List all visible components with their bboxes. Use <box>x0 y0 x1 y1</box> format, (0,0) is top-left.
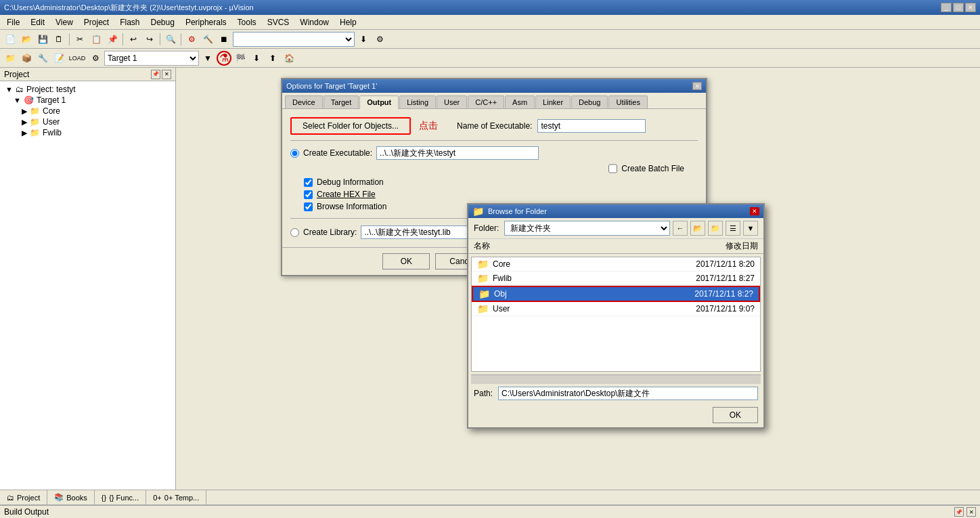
close-button[interactable]: ✕ <box>965 3 976 12</box>
tab-target[interactable]: Target <box>324 95 359 108</box>
menu-debug[interactable]: Debug <box>147 16 179 28</box>
bottom-tab-func[interactable]: {} {} Func... <box>95 490 146 504</box>
tb2-btn9[interactable]: 🏠 <box>282 51 296 66</box>
browse-dialog: 📁 Browse for Folder ✕ Folder: 新建文件夹 ← 📂 … <box>467 203 765 429</box>
browse-ok-button[interactable]: OK <box>713 407 758 423</box>
minimize-button[interactable]: _ <box>941 3 952 12</box>
tb2-btn5[interactable]: ⚙ <box>88 51 103 66</box>
bottom-tab-temp[interactable]: 0+ 0+ Temp... <box>146 490 206 504</box>
build-button[interactable]: ⚙ <box>184 32 199 47</box>
tree-item-target1[interactable]: ▼ 🎯 Target 1 <box>0 95 175 106</box>
tb2-btn7[interactable]: ⬇ <box>249 51 264 66</box>
tab-asm[interactable]: Asm <box>505 95 535 108</box>
create-executable-radio[interactable] <box>290 149 299 158</box>
item-name: Obj <box>494 289 507 299</box>
file-list-item-fwlib[interactable]: 📁 Fwlib 2017/12/11 8:27 <box>472 272 760 286</box>
new-file-button[interactable]: 📄 <box>3 32 18 47</box>
settings-button[interactable]: ⚙ <box>372 32 387 47</box>
cut-button[interactable]: ✂ <box>72 32 87 47</box>
new-folder-button[interactable]: 📁 <box>708 221 723 236</box>
folder-select[interactable]: 新建文件夹 <box>504 221 670 236</box>
fwlib-label: Fwlib <box>43 128 62 137</box>
create-library-radio[interactable] <box>290 228 299 237</box>
tab-device[interactable]: Device <box>285 95 323 108</box>
tb2-btn1[interactable]: 📁 <box>3 51 18 66</box>
browse-dialog-titlebar: 📁 Browse for Folder ✕ <box>468 204 763 218</box>
tab-output[interactable]: Output <box>359 95 399 109</box>
maximize-button[interactable]: □ <box>953 3 964 12</box>
tb2-btn6[interactable]: 🏁 <box>233 51 248 66</box>
redo-button[interactable]: ↪ <box>142 32 157 47</box>
executable-path-input[interactable] <box>376 146 539 160</box>
create-batch-checkbox[interactable] <box>608 164 617 173</box>
find-button[interactable]: 🔍 <box>163 32 178 47</box>
build-output-close-button[interactable]: ✕ <box>966 507 976 517</box>
menu-tools[interactable]: Tools <box>233 16 261 28</box>
tab-linker[interactable]: Linker <box>535 95 571 108</box>
menu-peripherals[interactable]: Peripherals <box>181 16 231 28</box>
tb2-btn8[interactable]: ⬆ <box>265 51 280 66</box>
select-target-button[interactable]: ⬇ <box>356 32 371 47</box>
separator-4 <box>181 33 181 45</box>
bottom-tab-project[interactable]: 🗂 Project <box>0 490 47 504</box>
view-toggle-button[interactable]: ▼ <box>743 221 758 236</box>
open-button[interactable]: 📂 <box>19 32 34 47</box>
target-dropdown[interactable] <box>233 32 355 47</box>
tree-item-fwlib[interactable]: ▶ 📁 Fwlib <box>0 127 175 138</box>
tab-debug[interactable]: Debug <box>571 95 608 108</box>
menu-project[interactable]: Project <box>80 16 113 28</box>
rebuild-button[interactable]: 🔨 <box>200 32 215 47</box>
view-button[interactable]: ☰ <box>726 221 740 236</box>
core-folder-icon: 📁 <box>30 106 40 116</box>
target-dropdown-btn[interactable]: ▼ <box>200 51 215 66</box>
tab-listing[interactable]: Listing <box>399 95 436 108</box>
menu-window[interactable]: Window <box>296 16 333 28</box>
copy-button[interactable]: 📋 <box>89 32 104 47</box>
save-button[interactable]: 💾 <box>35 32 50 47</box>
menu-file[interactable]: File <box>3 16 24 28</box>
magic-button[interactable]: ⚗ <box>217 51 231 66</box>
file-list-item-core[interactable]: 📁 Core 2017/12/11 8:20 <box>472 257 760 272</box>
path-input[interactable] <box>498 387 758 400</box>
tab-user[interactable]: User <box>437 95 467 108</box>
back-button[interactable]: ← <box>673 221 688 236</box>
browse-close-button[interactable]: ✕ <box>750 207 759 215</box>
undo-button[interactable]: ↩ <box>126 32 141 47</box>
load-button[interactable]: LOAD <box>68 51 87 66</box>
folder-icon: 📁 <box>477 273 489 284</box>
save-all-button[interactable]: 🗒 <box>51 32 66 47</box>
tree-item-project[interactable]: ▼ 🗂 Project: testyt <box>0 84 175 95</box>
file-list-item-obj[interactable]: 📁 Obj 2017/12/11 8:2? <box>472 286 760 302</box>
menu-help[interactable]: Help <box>336 16 361 28</box>
debug-info-checkbox[interactable] <box>304 178 313 187</box>
menu-flash[interactable]: Flash <box>116 16 143 28</box>
create-hex-checkbox[interactable] <box>304 190 313 199</box>
executable-input[interactable] <box>537 119 646 133</box>
tb2-btn4[interactable]: 📝 <box>51 51 66 66</box>
tb2-btn2[interactable]: 📦 <box>19 51 34 66</box>
tab-utilities[interactable]: Utilities <box>608 95 647 108</box>
build-output-pin-button[interactable]: 📌 <box>954 507 964 517</box>
project-icon: 🗂 <box>16 85 24 94</box>
stop-button[interactable]: ⏹ <box>217 32 231 47</box>
tree-item-core[interactable]: ▶ 📁 Core <box>0 106 175 116</box>
up-button[interactable]: 📂 <box>690 221 705 236</box>
tab-cpp[interactable]: C/C++ <box>468 95 504 108</box>
panel-pin-button[interactable]: 📌 <box>151 70 160 79</box>
paste-button[interactable]: 📌 <box>105 32 120 47</box>
bottom-tab-books[interactable]: 📚 Books <box>47 490 95 504</box>
options-close-button[interactable]: ✕ <box>692 82 702 90</box>
menu-svcs[interactable]: SVCS <box>263 16 294 28</box>
tree-item-user[interactable]: ▶ 📁 User <box>0 116 175 127</box>
fwlib-folder-icon: 📁 <box>30 128 40 137</box>
tb2-btn3[interactable]: 🔧 <box>35 51 50 66</box>
browse-scrollbar-h[interactable] <box>471 374 761 384</box>
panel-close-button[interactable]: ✕ <box>162 70 171 79</box>
file-list-item-user[interactable]: 📁 User 2017/12/11 9:0? <box>472 302 760 316</box>
browse-info-checkbox[interactable] <box>304 202 313 211</box>
options-ok-button[interactable]: OK <box>382 253 430 269</box>
target-select[interactable]: Target 1 <box>104 51 199 66</box>
menu-edit[interactable]: Edit <box>26 16 49 28</box>
menu-view[interactable]: View <box>51 16 77 28</box>
select-folder-button[interactable]: Select Folder for Objects... <box>290 117 411 135</box>
